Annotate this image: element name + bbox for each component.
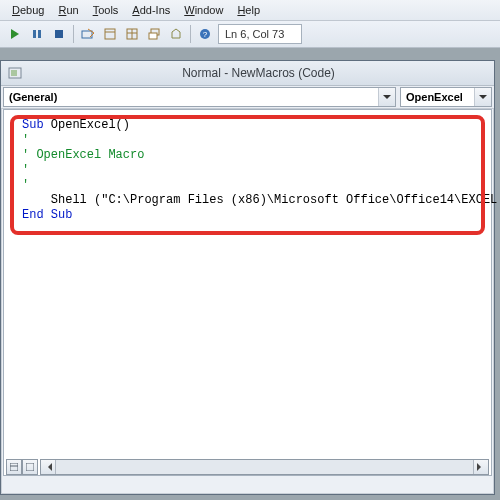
svg-text:?: ?: [203, 30, 208, 39]
code-window-title: Normal - NewMacros (Code): [29, 66, 488, 80]
menu-debug[interactable]: Debug: [6, 2, 50, 18]
cursor-position: Ln 6, Col 73: [218, 24, 302, 44]
svg-rect-19: [26, 463, 34, 471]
svg-rect-0: [33, 30, 36, 38]
properties-button[interactable]: [122, 24, 142, 44]
chevron-down-icon: [474, 88, 491, 106]
separator: [190, 25, 191, 43]
svg-rect-17: [10, 463, 18, 471]
separator: [73, 25, 74, 43]
code-window-footer: [4, 459, 491, 475]
menu-addins[interactable]: Add-Ins: [126, 2, 176, 18]
code-editor[interactable]: Sub OpenExcel() ' ' OpenExcel Macro ' ' …: [3, 109, 492, 476]
procedure-view-button[interactable]: [22, 459, 38, 475]
object-browser-button[interactable]: [144, 24, 164, 44]
code-text: Sub OpenExcel() ' ' OpenExcel Macro ' ' …: [4, 110, 491, 231]
scroll-left-button[interactable]: [41, 460, 56, 474]
svg-rect-1: [38, 30, 41, 38]
pause-button[interactable]: [27, 24, 47, 44]
code-window-titlebar[interactable]: Normal - NewMacros (Code): [1, 61, 494, 86]
chevron-down-icon: [378, 88, 395, 106]
run-button[interactable]: [5, 24, 25, 44]
scroll-right-button[interactable]: [473, 460, 488, 474]
svg-rect-4: [105, 29, 115, 39]
menu-window[interactable]: Window: [178, 2, 229, 18]
object-dropdown[interactable]: (General): [3, 87, 396, 107]
menu-help[interactable]: Help: [231, 2, 266, 18]
project-explorer-button[interactable]: [100, 24, 120, 44]
procedure-dropdown[interactable]: OpenExcel: [400, 87, 492, 107]
full-module-view-button[interactable]: [6, 459, 22, 475]
code-window: Normal - NewMacros (Code) (General) Open…: [0, 60, 495, 495]
toolbar: ? Ln 6, Col 73: [0, 21, 500, 48]
toolbox-button[interactable]: [166, 24, 186, 44]
help-button[interactable]: ?: [195, 24, 215, 44]
menu-bar: Debug Run Tools Add-Ins Window Help: [0, 0, 500, 21]
horizontal-scrollbar[interactable]: [40, 459, 489, 475]
svg-rect-10: [149, 33, 157, 39]
menu-run[interactable]: Run: [52, 2, 84, 18]
module-icon: [7, 65, 23, 81]
object-proc-selectors: (General) OpenExcel: [1, 86, 494, 109]
menu-tools[interactable]: Tools: [87, 2, 125, 18]
design-mode-button[interactable]: [78, 24, 98, 44]
svg-rect-2: [55, 30, 63, 38]
stop-button[interactable]: [49, 24, 69, 44]
